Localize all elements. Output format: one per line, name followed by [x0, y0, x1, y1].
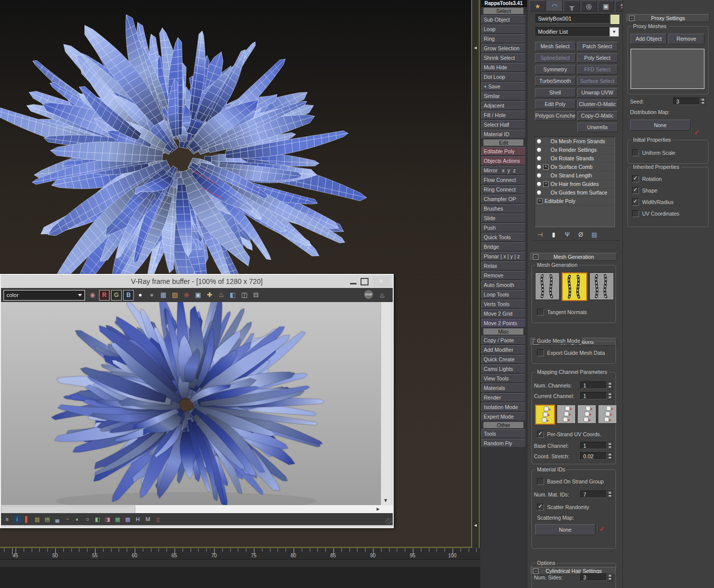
spinner-value[interactable]: 1 [580, 392, 607, 400]
lut-icon[interactable]: ▩ [124, 515, 132, 523]
modifier-set-button[interactable]: Copy-O-Matic [577, 111, 618, 121]
modifier-set-button[interactable]: SplineSelect [535, 53, 576, 63]
rappatools-button[interactable]: Sub Object [481, 15, 526, 24]
expand-toggle-icon[interactable] [543, 164, 549, 170]
color-corrections-icon[interactable]: ▥ [33, 515, 41, 523]
scatter-randomly-checkbox[interactable]: Scatter Randomly [537, 504, 589, 511]
uv-mapping-tile[interactable] [598, 405, 617, 424]
expand-toggle-icon[interactable] [537, 199, 543, 204]
visibility-bulb-icon[interactable] [537, 148, 541, 152]
inherited-property-checkbox[interactable]: Width/Radius [632, 199, 708, 206]
srgb-icon[interactable]: M [144, 515, 152, 523]
chevron-down-icon[interactable]: ▼ [609, 27, 619, 37]
visibility-bulb-icon[interactable] [537, 139, 541, 143]
visibility-bulb-icon[interactable] [537, 156, 541, 160]
rappatools-button[interactable]: + Save [481, 82, 526, 91]
modifier-set-button[interactable]: Unwrap UVW [577, 88, 618, 97]
spinner-value[interactable]: 0.02 [580, 452, 607, 460]
rappatools-button[interactable]: Expert Mode [481, 412, 526, 421]
modifier-set-button[interactable]: Cluster-O-Matic [577, 100, 618, 109]
rappatools-button[interactable]: Misc [483, 328, 524, 335]
curves-icon[interactable]: ~ [63, 515, 71, 523]
proxy-mesh-list[interactable] [631, 49, 704, 89]
rappatools-button[interactable]: Isolation Mode [481, 403, 526, 412]
visibility-bulb-icon[interactable] [537, 190, 541, 194]
render-teapot-icon[interactable]: ♨ [377, 290, 387, 300]
resize-grip[interactable] [386, 518, 392, 524]
rappatools-button[interactable]: Tools [481, 429, 526, 438]
spinner-down[interactable] [700, 102, 705, 106]
rappatools-button[interactable]: Brushes [481, 204, 526, 213]
rappatools-button[interactable]: Fill / Hole [481, 111, 526, 120]
exposure-icon[interactable]: ◐ [73, 515, 81, 523]
visibility-bulb-icon[interactable] [537, 173, 541, 177]
tangent-normals-checkbox[interactable]: Tangent Normals [537, 309, 587, 316]
modifier-stack-item[interactable]: Ox Render Settings [535, 146, 614, 154]
modifier-stack-item[interactable]: Editable Poly [535, 197, 614, 206]
modifier-set-button[interactable]: TurboSmooth [535, 76, 576, 86]
tab-create[interactable]: ★ [529, 1, 546, 12]
spinner-down[interactable] [607, 456, 612, 460]
based-on-strand-group-checkbox[interactable]: Based On Strand Group [537, 478, 604, 485]
rollout-proxy-settings[interactable]: -Proxy Settings [627, 14, 709, 22]
visibility-bulb-icon[interactable] [537, 165, 541, 169]
histogram-icon[interactable]: ▄ [53, 515, 61, 523]
blue-channel-button[interactable]: B [123, 290, 134, 301]
rappatools-button[interactable]: Render [481, 393, 526, 402]
strand-mesh-tile[interactable] [589, 272, 614, 300]
inherited-property-checkbox[interactable]: Shape [632, 187, 708, 194]
render-last-teapot-icon[interactable]: ♨ [216, 290, 226, 300]
save-image-icon[interactable]: ▦ [158, 290, 168, 300]
timeline-track[interactable] [0, 559, 480, 567]
rappatools-button[interactable]: Planar | x | y | z [481, 252, 526, 261]
rappatools-button[interactable]: Shrink Select [481, 53, 526, 62]
modifier-stack-item[interactable]: Ox Strand Length [535, 171, 614, 180]
uv-mapping-tile[interactable] [535, 405, 555, 425]
modifier-stack-item[interactable]: Ox Surface Comb [535, 163, 614, 171]
rappatools-button[interactable]: Move 2 Grid [481, 309, 526, 318]
rappatools-button[interactable]: Multi Hide [481, 63, 526, 72]
inherited-property-checkbox[interactable]: UV Coordinates [632, 210, 708, 217]
per-strand-uv-checkbox[interactable]: Per-Strand UV Coords. [537, 431, 601, 438]
vertical-scrollbar[interactable]: ▼ [381, 302, 391, 505]
modifier-set-button[interactable]: Mesh Select [535, 42, 576, 51]
uv-mapping-tile[interactable] [557, 405, 576, 424]
modifier-stack-item[interactable]: Ox Rotate Strands [535, 154, 614, 163]
rappatools-button[interactable]: Edit [483, 139, 524, 146]
modifier-stack-item[interactable]: Ox Guides from Surface [535, 188, 614, 197]
spinner-down[interactable] [607, 495, 612, 499]
remove-modifier-icon[interactable]: Ø [576, 230, 585, 239]
rappatools-button[interactable]: Ring Connect [481, 185, 526, 194]
rappatools-button[interactable]: Editable Poly [481, 147, 526, 156]
rollout-mesh-generation[interactable]: -Mesh Generation [530, 253, 617, 261]
rappatools-button[interactable]: Relax [481, 261, 526, 270]
configure-modifier-sets-icon[interactable]: ▤ [590, 230, 599, 239]
rappatools-button[interactable]: Remove [481, 271, 526, 280]
rgb-circles-icon[interactable]: ◉ [87, 290, 98, 300]
distribution-map-button[interactable]: None [630, 120, 690, 131]
export-guide-mesh-checkbox[interactable]: Export Guide Mesh Data [537, 349, 605, 356]
rappatools-button[interactable]: Bridge [481, 242, 526, 251]
modifier-stack-item[interactable]: Ox Mesh From Strands [535, 137, 614, 146]
spinner-down[interactable] [607, 577, 612, 581]
rappatools-button[interactable]: Champfer OP [481, 194, 526, 204]
spinner-up[interactable] [607, 442, 612, 446]
scroll-right-icon[interactable]: ► [374, 505, 383, 513]
collapse-icon[interactable]: - [629, 16, 635, 21]
visibility-bulb-icon[interactable] [537, 182, 541, 186]
inherited-property-checkbox[interactable]: Rotation [632, 175, 708, 182]
rappatools-button[interactable]: Move 2 Points [481, 319, 526, 328]
stereo-red-blue-icon[interactable]: ▯ [154, 515, 162, 523]
track-mouse-icon[interactable]: ✚ [205, 290, 215, 300]
tab-modify[interactable]: ◠ [547, 1, 563, 12]
make-unique-icon[interactable]: Ψ [563, 230, 572, 239]
strand-mesh-tile[interactable] [535, 272, 560, 300]
duplicate-buffer-icon[interactable]: ▣ [193, 290, 203, 300]
strand-mesh-tile[interactable] [562, 272, 587, 301]
uv-mapping-tile[interactable] [577, 405, 596, 424]
rappatools-button[interactable]: Material ID [481, 130, 526, 139]
spinner-down[interactable] [607, 385, 612, 389]
spinner-up[interactable] [607, 491, 612, 495]
rappatools-button[interactable]: Similar [481, 91, 526, 101]
rappatools-button[interactable]: Flow Connect [481, 175, 526, 184]
